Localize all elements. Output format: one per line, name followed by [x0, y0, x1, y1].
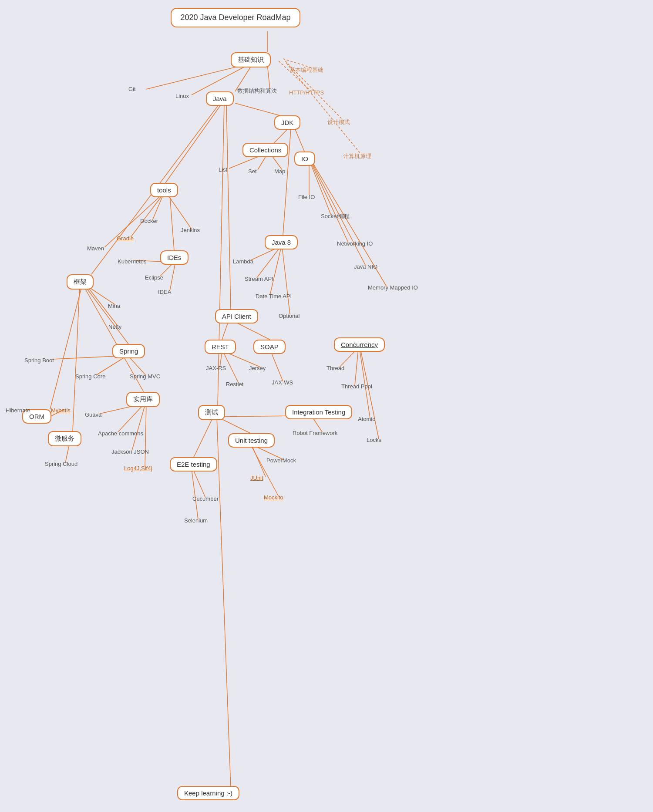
svg-line-4 [267, 64, 270, 89]
soap-node: SOAP [253, 340, 286, 354]
svg-line-2 [146, 64, 248, 89]
fileio-text: File IO [298, 194, 315, 200]
svg-line-10 [165, 103, 222, 183]
selenium-label: Selenium [184, 517, 208, 524]
svg-line-12 [226, 103, 231, 309]
jisuanji-label: 计算机原理 [343, 152, 371, 160]
set-text: Set [248, 168, 257, 175]
netty-label: Netty [108, 323, 121, 330]
svg-line-13 [218, 103, 224, 405]
svg-line-45 [128, 356, 146, 375]
concurrency-box: Concurrency [334, 337, 385, 352]
svg-line-29 [152, 195, 163, 220]
gradle-label: Gradle [117, 235, 134, 242]
springboot-text: Spring Boot [24, 357, 54, 364]
java8-label: Java 8 [272, 239, 291, 246]
svg-line-68 [252, 445, 266, 477]
java8-node: Java 8 [265, 235, 298, 249]
ides-box: IDEs [160, 250, 188, 265]
junit-label: JUnit [250, 475, 263, 481]
linux-text: Linux [175, 93, 189, 99]
mybatis-label: Mybatis [51, 407, 71, 414]
apiclient-box: API Client [215, 309, 258, 323]
java-label: Java [213, 95, 227, 102]
apachecommons-text: Apache commons [98, 430, 143, 437]
weifuwu-label: 微服务 [55, 435, 74, 442]
netty-text: Netty [108, 323, 121, 330]
kubernetes-label: Kubernetes [118, 258, 147, 265]
jacksonjson-label: Jackson JSON [111, 448, 149, 455]
svg-line-15 [295, 129, 305, 152]
weifuwu-box: 微服务 [48, 431, 81, 446]
sjjg-text: 数据结构和算法 [237, 87, 277, 95]
datetime-text: Date Time API [256, 293, 292, 300]
concurrency-label: Concurrency [341, 341, 378, 348]
http-text: HTTP/HTTPS [289, 89, 324, 96]
sjjg-label: 数据结构和算法 [237, 87, 277, 95]
svg-line-39 [85, 286, 128, 344]
git-label: Git [128, 86, 136, 92]
svg-line-63 [219, 416, 296, 417]
java-box: Java [206, 91, 234, 106]
cucumber-text: Cucumber [192, 495, 219, 502]
keeplearning-node: Keep learning :-) [177, 786, 239, 800]
jibian-text: 基本编程基础 [289, 66, 323, 74]
jisuanji-text: 计算机原理 [343, 152, 371, 160]
jichuzishi-node: 基础知识 [231, 52, 271, 67]
restlet-text: Restlet [226, 381, 243, 387]
maven-text: Maven [87, 245, 104, 252]
svg-line-22 [312, 164, 348, 243]
threadpool-text: Thread Pool [341, 383, 372, 390]
optional-label: Optional [279, 313, 300, 319]
list-text: List [219, 166, 227, 173]
kubernetes-text: Kubernetes [118, 258, 147, 265]
networkio-label: Networking IO [337, 240, 373, 247]
svg-line-44 [96, 356, 127, 375]
svg-line-17 [229, 155, 261, 168]
weifuwu-node: 微服务 [48, 431, 81, 446]
mindmap-container: 2020 Java Developer RoadMap 基础知识 Java JD… [0, 0, 653, 812]
set-label: Set [248, 168, 257, 175]
springcloud-label: Spring Cloud [45, 461, 77, 467]
tools-node: tools [150, 183, 178, 197]
map-label: Map [274, 168, 285, 175]
junit-text: JUnit [250, 475, 263, 481]
rest-box: REST [205, 340, 236, 354]
jenkins-label: Jenkins [181, 227, 200, 233]
eclipse-label: Eclipse [145, 274, 163, 281]
memoryMapped-text: Memory Mapped IO [368, 284, 418, 291]
map-text: Map [274, 168, 285, 175]
svg-line-21 [311, 164, 331, 215]
svg-line-51 [145, 404, 146, 467]
svg-line-30 [131, 195, 163, 237]
keeplearning-box: Keep learning :-) [177, 786, 239, 800]
svg-line-72 [217, 417, 231, 787]
e2etesting-box: E2E testing [170, 457, 217, 472]
ceshi-node: 测试 [198, 405, 225, 420]
svg-line-8 [286, 63, 361, 155]
robotframework-text: Robot Framework [293, 430, 337, 436]
restlet-label: Restlet [226, 381, 243, 387]
svg-line-18 [258, 155, 266, 170]
javaNio-text: Java NIO [354, 263, 377, 270]
root-node: 2020 Java Developer RoadMap [190, 8, 281, 27]
jersey-text: Jersey [249, 365, 266, 371]
springcloud-text: Spring Cloud [45, 461, 77, 467]
svg-line-40 [50, 286, 82, 409]
integration-box: Integration Testing [285, 405, 352, 419]
powermock-label: PowerMock [266, 457, 296, 464]
gradle-text: Gradle [117, 235, 134, 242]
kuangjia-node: 框架 [67, 274, 94, 290]
io-label: IO [301, 155, 308, 162]
springmvc-text: Spring MVC [130, 373, 160, 380]
jaxws-label: JAX-WS [272, 379, 293, 386]
thread-text: Thread [326, 365, 344, 371]
jdk-label: JDK [281, 119, 293, 126]
unittesting-label: Unit testing [235, 437, 268, 444]
kuangjia-box: 框架 [67, 274, 94, 290]
hibernate-text: Hibernate [6, 407, 30, 414]
jdk-box: JDK [274, 115, 300, 130]
jersey-label: Jersey [249, 365, 266, 371]
shejimoshi-label: 设计模式 [327, 118, 350, 126]
apachecommons-label: Apache commons [98, 430, 143, 437]
